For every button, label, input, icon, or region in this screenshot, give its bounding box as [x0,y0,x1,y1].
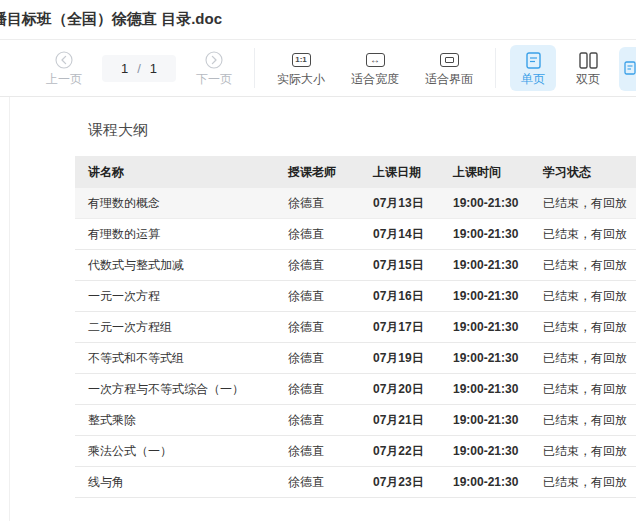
page-total: 1 [150,61,157,76]
table-cell: 徐德直 [280,288,365,305]
table-cell: 07月19日 [365,350,445,367]
chevron-right-circle-icon [205,51,223,69]
table-row: 一次方程与不等式综合（一）徐德直07月20日19:00-21:30已结束，有回放 [75,374,636,405]
table-cell: 已结束，有回放 [535,350,636,367]
table-cell: 19:00-21:30 [445,351,535,365]
single-page-icon [526,51,541,69]
table-cell: 乘法公式（一） [75,443,280,460]
table-cell: 二元一次方程组 [75,319,280,336]
table-cell: 19:00-21:30 [445,382,535,396]
page-indicator: 1 / 1 [102,55,176,82]
table-cell: 已结束，有回放 [535,381,636,398]
table-cell: 07月13日 [365,195,445,212]
chevron-left-circle-icon [55,51,73,69]
table-cell: 07月15日 [365,257,445,274]
document-viewer: 播目标班（全国）徐德直 目录.doc 上一页 1 / 1 下一页 1:1 实际大… [0,0,636,522]
page-current: 1 [121,61,128,76]
table-body: 有理数的概念徐德直07月13日19:00-21:30已结束，有回放有理数的运算徐… [75,188,636,498]
table-cell: 07月21日 [365,412,445,429]
next-page-button[interactable]: 下一页 [196,51,232,85]
table-cell: 07月14日 [365,226,445,243]
table-cell: 线与角 [75,474,280,491]
table-cell: 19:00-21:30 [445,413,535,427]
table-header-cell: 学习状态 [535,164,636,181]
toolbar-divider [495,48,496,88]
table-cell: 一次方程与不等式综合（一） [75,381,280,398]
table-row: 整式乘除徐德直07月21日19:00-21:30已结束，有回放 [75,405,636,436]
document-page: 课程大纲 讲名称 授课老师 上课日期 上课时间 学习状态 有理数的概念徐德直07… [0,97,636,521]
table-cell: 徐德直 [280,412,365,429]
prev-page-button[interactable]: 上一页 [46,51,82,85]
table-cell: 徐德直 [280,257,365,274]
double-page-icon [579,51,598,69]
course-table: 讲名称 授课老师 上课日期 上课时间 学习状态 有理数的概念徐德直07月13日1… [75,156,636,498]
table-cell: 19:00-21:30 [445,258,535,272]
table-cell: 徐德直 [280,474,365,491]
page-edge-line [9,97,10,521]
double-page-label: 双页 [576,73,600,85]
table-cell: 徐德直 [280,195,365,212]
table-cell: 徐德直 [280,381,365,398]
table-row: 二元一次方程组徐德直07月17日19:00-21:30已结束，有回放 [75,312,636,343]
table-cell: 19:00-21:30 [445,196,535,210]
table-header-cell: 授课老师 [280,164,365,181]
table-row: 代数式与整式加减徐德直07月15日19:00-21:30已结束，有回放 [75,250,636,281]
table-cell: 07月23日 [365,474,445,491]
table-header-cell: 讲名称 [75,164,280,181]
table-cell: 已结束，有回放 [535,319,636,336]
table-cell: 07月16日 [365,288,445,305]
fit-width-button[interactable]: ↔ 适合宽度 [351,51,399,85]
next-page-label: 下一页 [196,73,232,85]
page-separator: / [137,61,141,76]
fit-screen-label: 适合界面 [425,73,473,85]
table-cell: 已结束，有回放 [535,443,636,460]
table-cell: 已结束，有回放 [535,195,636,212]
table-cell: 19:00-21:30 [445,289,535,303]
table-cell: 07月17日 [365,319,445,336]
table-cell: 19:00-21:30 [445,227,535,241]
one-to-one-icon: 1:1 [292,51,311,69]
table-cell: 已结束，有回放 [535,474,636,491]
table-cell: 徐德直 [280,319,365,336]
table-row: 一元一次方程徐德直07月16日19:00-21:30已结束，有回放 [75,281,636,312]
horizontal-arrows-box-icon: ↔ [366,51,385,69]
table-row: 乘法公式（一）徐德直07月22日19:00-21:30已结束，有回放 [75,436,636,467]
prev-page-label: 上一页 [46,73,82,85]
toolbar: 上一页 1 / 1 下一页 1:1 实际大小 ↔ 适合宽度 [0,40,636,97]
table-cell: 有理数的运算 [75,226,280,243]
table-cell: 已结束，有回放 [535,226,636,243]
table-header-row: 讲名称 授课老师 上课日期 上课时间 学习状态 [75,156,636,188]
cutoff-toolbar-button[interactable] [619,47,636,91]
table-row: 有理数的概念徐德直07月13日19:00-21:30已结束，有回放 [75,188,636,219]
actual-size-label: 实际大小 [277,73,325,85]
table-cell: 19:00-21:30 [445,475,535,489]
table-header-cell: 上课日期 [365,164,445,181]
table-cell: 已结束，有回放 [535,257,636,274]
table-cell: 徐德直 [280,350,365,367]
cutoff-button-icon [624,61,636,77]
table-cell: 整式乘除 [75,412,280,429]
fit-screen-button[interactable]: 适合界面 [425,51,473,85]
table-row: 线与角徐德直07月23日19:00-21:30已结束，有回放 [75,467,636,498]
table-cell: 徐德直 [280,226,365,243]
table-cell: 19:00-21:30 [445,320,535,334]
double-page-button[interactable]: 双页 [576,51,600,85]
table-cell: 有理数的概念 [75,195,280,212]
table-cell: 19:00-21:30 [445,444,535,458]
actual-size-button[interactable]: 1:1 实际大小 [277,51,325,85]
table-row: 不等式和不等式组徐德直07月19日19:00-21:30已结束，有回放 [75,343,636,374]
toolbar-divider [254,48,255,88]
table-row: 有理数的运算徐德直07月14日19:00-21:30已结束，有回放 [75,219,636,250]
section-heading: 课程大纲 [88,121,636,140]
table-cell: 代数式与整式加减 [75,257,280,274]
table-cell: 不等式和不等式组 [75,350,280,367]
screen-box-icon [440,51,459,69]
single-page-label: 单页 [521,73,545,85]
table-header-cell: 上课时间 [445,164,535,181]
document-title: 播目标班（全国）徐德直 目录.doc [0,10,222,29]
table-cell: 已结束，有回放 [535,288,636,305]
table-cell: 已结束，有回放 [535,412,636,429]
single-page-button[interactable]: 单页 [510,45,556,91]
table-cell: 07月22日 [365,443,445,460]
title-bar: 播目标班（全国）徐德直 目录.doc [0,0,636,40]
